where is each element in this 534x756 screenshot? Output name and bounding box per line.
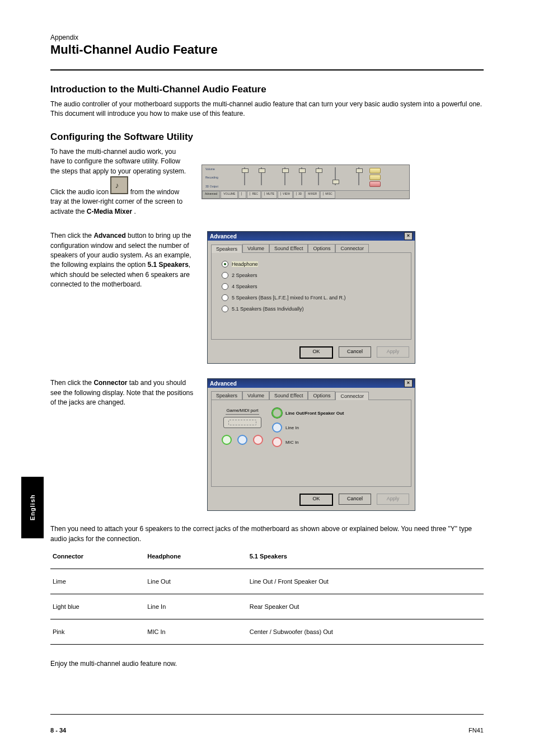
table-row: Lime Line Out Line Out / Front Speaker O… [50,575,484,588]
col-headphone: Headphone [145,550,247,563]
step-connector-text: Then click the Connector tab and you sho… [50,378,196,407]
radio-headphone[interactable]: Headphone [222,261,401,267]
closing-text: Enjoy the multi-channel audio feature no… [50,659,484,669]
table-row: Pink MIC In Center / Subwoofer (bass) Ou… [50,625,484,638]
mixer-indicator [369,168,381,173]
jack-lime-icon [222,435,232,445]
intro-paragraph: The audio controller of your motherboard… [50,100,484,119]
dialog-title: Advanced [210,381,237,387]
step-advanced-text: Then click the Advanced button to bring … [50,231,196,289]
tab-options[interactable]: Options [308,244,335,252]
tray-audio-icon [110,176,128,194]
page-title: Multi-Channel Audio Feature [50,43,484,57]
ok-button[interactable]: OK [299,494,333,506]
tab-connector[interactable]: Connector [335,392,369,400]
jack-blue-icon [237,435,247,445]
connector-item-linein[interactable]: Line In [272,422,344,433]
mixer-label-recording: Recording [205,176,235,179]
mixer-slider[interactable] [278,167,292,185]
table-row: Light blue Line In Rear Speaker Out [50,600,484,613]
mixer-tab[interactable]: ▏3D [293,191,305,199]
mixer-tab[interactable]: ▏REC [247,191,261,199]
radio-4-speakers[interactable]: 4 Speakers [222,283,401,290]
connector-item-lineout[interactable]: Line Out/Front Speaker Out [272,408,344,418]
connector-label: Line Out/Front Speaker Out [285,411,344,416]
gameport-label: Game/MIDI port [226,408,260,415]
mixer-tab[interactable]: ▏VIEW [278,191,293,199]
mixer-tab-advanced[interactable]: Advanced [202,191,220,199]
jack-blue-icon [272,422,282,433]
close-icon[interactable]: × [404,232,413,240]
radio-label: 5 Speakers (Bass [L.F.E.] mixed to Front… [232,295,346,300]
tab-speakers[interactable]: Speakers [211,391,242,400]
apply-button[interactable]: Apply [377,346,409,358]
radio-label: Headphone [232,261,258,267]
ok-button[interactable]: OK [299,346,333,359]
close-icon[interactable]: × [404,379,413,387]
dialog-title: Advanced [210,233,237,240]
mixer-label-3d: 3D Output [205,185,235,188]
connector-label: Line In [285,425,299,430]
mixer-tab[interactable]: ▏MUTE [261,191,277,199]
jack-pink-icon [253,435,263,445]
tab-sound-effect[interactable]: Sound Effect [269,244,308,252]
cancel-button[interactable]: Cancel [339,346,371,358]
footer-page: 8 - 34 [50,727,66,734]
section-heading-configuring: Configuring the Software Utility [50,132,484,143]
tab-sound-effect[interactable]: Sound Effect [269,391,308,400]
jack-pink-icon [272,437,282,447]
gameport-icon [223,417,261,428]
connector-item-micin[interactable]: MIC In [272,437,344,447]
section-heading-intro: Introduction to the Multi-Channel Audio … [50,84,484,95]
mixer-tab[interactable]: ▏MISC [320,191,335,199]
header-kicker: Appendix [50,34,484,41]
col-connector: Connector [50,550,145,563]
mixer-slider[interactable] [255,167,268,185]
mixer-slider[interactable] [295,167,308,185]
language-side-tab: English [21,477,44,538]
mixer-slider[interactable] [352,167,366,185]
radio-2-speakers[interactable]: 2 Speakers [222,272,401,279]
tab-volume[interactable]: Volume [242,391,269,400]
radio-label: 4 Speakers [232,284,257,289]
tab-connector[interactable]: Connector [335,244,369,252]
jack-lime-icon [272,408,282,418]
cancel-button[interactable]: Cancel [339,494,371,505]
mixer-slider[interactable] [238,167,251,185]
configuring-text: To have the multi-channel audio work, yo… [50,147,190,217]
mixer-label-volume: Volume [205,167,235,171]
mixer-tab[interactable]: MIXER [305,191,320,199]
col-51speakers: 5.1 Speakers [247,550,484,563]
mixer-tab[interactable]: VOLUME [221,191,238,199]
tab-speakers[interactable]: Speakers [211,245,242,253]
mixer-slider[interactable] [312,167,325,185]
footer-model: FN41 [469,727,484,734]
mixer-slider[interactable] [329,167,342,185]
connector-label: MIC In [285,440,299,445]
tab-volume[interactable]: Volume [242,244,269,252]
mixer-indicator [369,181,381,187]
advanced-dialog-connector: Advanced × Speakers Volume Sound Effect … [207,378,415,511]
mixer-tab[interactable]: ▏ [238,191,246,199]
divider [50,69,484,71]
connector-table: Connector Headphone 5.1 Speakers Lime Li… [50,550,484,650]
radio-label: 5.1 Speakers (Bass Individually) [232,306,304,312]
radio-label: 2 Speakers [232,273,257,278]
radio-5-1-speakers[interactable]: 5.1 Speakers (Bass Individually) [222,306,401,312]
advanced-dialog-speakers: Advanced × Speakers Volume Sound Effect … [207,231,415,364]
mixer-screenshot: Volume Recording 3D Output [202,165,484,199]
radio-5-speakers[interactable]: 5 Speakers (Bass [L.F.E.] mixed to Front… [222,294,401,301]
apply-button[interactable]: Apply [377,494,409,505]
table-intro: Then you need to attach your 6 speakers … [50,524,484,544]
mixer-indicator [369,175,381,180]
tab-options[interactable]: Options [308,391,335,400]
